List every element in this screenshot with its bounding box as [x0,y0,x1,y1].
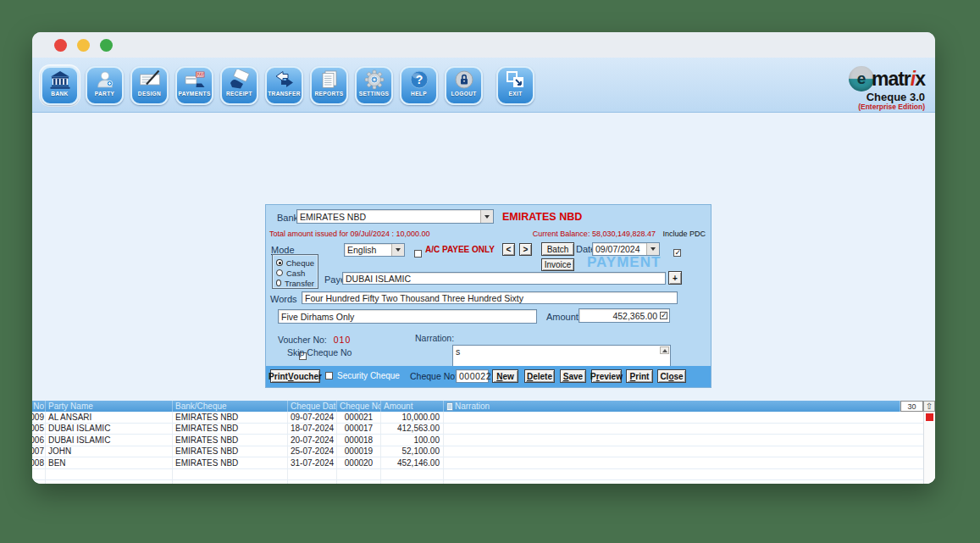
header-no[interactable]: No [32,401,46,412]
party-icon [94,69,116,90]
toolbar-label: TRANSFER [268,91,301,97]
cell-amount: 452,146.00 [381,457,444,468]
receipt-icon [229,69,251,90]
amount-words-line1-input[interactable]: Four Hundred Fifty Two Thousand Three Hu… [302,291,678,304]
date-enabled-checkbox[interactable] [673,249,681,257]
cell-no: 009 [32,412,46,423]
cell-bank: EMIRATES NBD [173,412,288,423]
table-row[interactable]: 009AL ANSARIEMIRATES NBD09-07-2024000021… [32,412,935,424]
cell-date [288,469,337,480]
mode-option-transfer[interactable]: Transfer [276,278,314,288]
total-issued-text: Total amount issued for 09/Jul/2024 : 10… [269,230,430,238]
cheque-no-input[interactable]: 000022 [456,369,489,383]
toolbar-button-exit[interactable]: EXIT [496,66,534,105]
svg-text:?: ? [415,73,423,86]
bank-select[interactable]: EMIRATES NBD [296,209,494,224]
toolbar-button-party[interactable]: PARTY [86,66,124,105]
page-size-box[interactable]: 30 [900,401,923,412]
cell-date [288,480,337,484]
minimize-window-button[interactable] [77,39,90,52]
table-row[interactable]: 006DUBAI ISLAMICEMIRATES NBD20-07-202400… [32,435,935,446]
amount-words-line2-input[interactable]: Five Dirhams Only [278,309,537,324]
current-balance-text: Current Balance: 58,030,149,828.47 [533,230,656,238]
mode-option-cheque[interactable]: Cheque [276,258,314,268]
cell-narration [444,412,935,423]
table-row[interactable] [32,480,935,484]
invoice-button[interactable]: Invoice [541,258,574,271]
table-row[interactable]: 007JOHNEMIRATES NBD25-07-202400001952,10… [32,446,935,458]
app-logo: e matrix Cheque 3.0 (Enterprise Edition) [849,66,925,111]
cell-amount [381,469,444,480]
exit-icon [505,69,527,90]
cell-party: BEN [46,457,173,468]
radio-icon [276,259,283,266]
add-payee-button[interactable]: + [668,271,682,285]
table-scrollbar[interactable] [923,412,935,484]
print-button[interactable]: Print [626,369,653,383]
table-row[interactable]: 008BENEMIRATES NBD31-07-2024000020452,14… [32,457,935,469]
cell-cheque_no: 000018 [337,435,381,446]
maximize-window-button[interactable] [100,39,113,52]
toolbar-button-logout[interactable]: LOGOUT [445,66,483,105]
close-window-button[interactable] [54,39,67,52]
amount-checkbox[interactable] [660,312,667,319]
header-narration[interactable]: Narration [444,401,900,412]
toolbar-button-help[interactable]: ? HELP [400,66,438,105]
table-row[interactable] [32,469,935,481]
toolbar-button-reports[interactable]: REPORTS [310,66,348,105]
scrollbar-up-button[interactable]: ⇧ [923,401,935,412]
words-label: Words [270,294,297,304]
cell-party [46,469,173,480]
payee-input[interactable]: DUBAI ISLAMIC [342,272,666,285]
scroll-up-icon[interactable] [660,346,669,354]
ac-payee-checkbox[interactable] [414,250,422,258]
voucher-no-row: Voucher No: 010 [278,335,351,345]
logo-sphere-icon: e [849,66,874,91]
toolbar-button-design[interactable]: DESIGN [130,66,169,105]
mode-option-group: Cheque Cash Transfer [272,254,318,289]
preview-button[interactable]: Preview [591,369,622,383]
header-amount[interactable]: Amount [381,401,444,412]
cell-no: 007 [32,446,46,457]
cell-party: AL ANSARI [46,412,173,423]
payments-icon: PAY [184,69,206,90]
mode-option-cash[interactable]: Cash [276,268,314,278]
language-select[interactable]: English [344,243,405,257]
cell-party: DUBAI ISLAMIC [46,424,173,435]
delete-button[interactable]: Delete [524,369,555,383]
print-voucher-button[interactable]: Print Voucher [270,369,320,383]
amount-input[interactable]: 452,365.00 [579,308,670,323]
header-bank-cheque[interactable]: Bank/Cheque [173,401,288,412]
cell-cheque_no: 000020 [337,457,381,468]
toolbar-button-bank[interactable]: BANK [41,66,79,105]
toolbar-label: REPORTS [314,91,343,97]
batch-button[interactable]: Batch [541,242,574,256]
header-cheque-date[interactable]: Cheque Date [288,401,337,412]
cell-bank [173,480,288,484]
toolbar-button-payments[interactable]: PAY PAYMENTS [175,66,213,105]
scrollbar-thumb[interactable] [926,413,933,421]
new-button[interactable]: New [492,369,518,383]
desktop: { "window": { "traffic_lights": ["#e8463… [0,0,980,543]
transfer-icon [274,69,296,90]
table-body: 009AL ANSARIEMIRATES NBD09-07-2024000021… [32,412,935,484]
cell-no: 008 [32,457,46,468]
next-record-button[interactable]: > [519,243,532,256]
chevron-down-icon[interactable] [391,244,404,256]
chevron-down-icon[interactable] [646,243,659,255]
toolbar-button-transfer[interactable]: TRANSFER [265,66,303,105]
toolbar-button-receipt[interactable]: RECEIPT [220,66,258,105]
table-row[interactable]: 005DUBAI ISLAMICEMIRATES NBD18-07-202400… [32,424,935,435]
prev-record-button[interactable]: < [502,243,515,256]
cell-bank: EMIRATES NBD [173,446,288,457]
reports-icon [318,69,341,90]
skip-cheque-label: Skip Cheque No [287,347,352,357]
security-cheque-checkbox[interactable] [325,372,333,380]
document-icon [446,402,453,411]
header-party-name[interactable]: Party Name [46,401,173,412]
close-button[interactable]: Close [657,369,686,383]
chevron-down-icon[interactable] [480,210,493,223]
header-cheque-no[interactable]: Cheque No [337,401,381,412]
save-button[interactable]: Save [560,369,586,383]
toolbar-button-settings[interactable]: SETTINGS [355,66,393,105]
